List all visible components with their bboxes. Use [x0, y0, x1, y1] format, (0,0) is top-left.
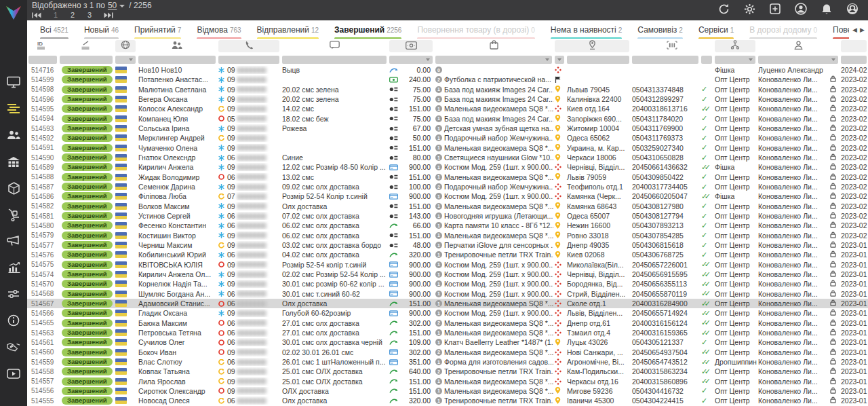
first-page-button[interactable]	[32, 12, 41, 18]
filter-input-col4[interactable]	[138, 56, 216, 64]
filter-dropdown-icon[interactable]	[129, 58, 133, 61]
filter-input-col11[interactable]	[567, 56, 629, 64]
settings-button[interactable]	[744, 3, 755, 18]
table-row[interactable]: 514591ЗавершенийЧумаченко Олена09151.001…	[27, 143, 868, 153]
table-row[interactable]: 514561ЗавершенийСучилов Олег0630.01 смс …	[27, 337, 868, 347]
filter-dropdown-icon[interactable]	[545, 58, 549, 61]
table-row[interactable]: 514581ЗавершенийУстинов Сергей0607.02 см…	[27, 211, 868, 221]
tab-new[interactable]: Новый46	[78, 23, 125, 39]
table-row[interactable]: 514598ЗавершенийМалютина Светлана0920.02…	[27, 85, 868, 94]
column-header-date[interactable]	[841, 40, 867, 52]
table-row[interactable]: 514556ЗавершенийСиротюк Олександр09ОЛХ д…	[27, 386, 868, 396]
page-button-3[interactable]: 3	[87, 11, 92, 20]
sidebar-item-info[interactable]	[5, 314, 22, 329]
table-row[interactable]: 514588ЗавершенийЖидак Володимир0613.02 с…	[27, 172, 868, 182]
column-header-status[interactable]	[60, 40, 113, 52]
filter-dropdown-icon[interactable]	[749, 58, 753, 61]
table-row[interactable]: 514563ЗавершенийПетровська Тетяна0627.01…	[27, 328, 868, 337]
column-header-channel[interactable]	[715, 40, 755, 52]
profile-button[interactable]	[795, 3, 807, 18]
tab-pickup[interactable]: Самовивіз2	[631, 23, 689, 39]
tab-return-transit[interactable]: Повернення товару (в дорозі)0	[411, 23, 540, 39]
filter-dropdown-icon[interactable]	[831, 58, 835, 61]
table-row[interactable]: 514568ЗавершенийШумляс Богдана Ан...0630…	[27, 289, 868, 299]
filter-dropdown-icon[interactable]	[426, 58, 430, 61]
sidebar-item-marketing[interactable]	[5, 235, 22, 250]
table-row[interactable]: 514555ЗавершенийНовосад Олеся06Олх доста…	[27, 396, 868, 405]
table-row[interactable]: 514590ЗавершенийГнатюк Олексндр06Синие80…	[27, 153, 868, 162]
filter-input-col6[interactable]	[282, 56, 387, 64]
column-header-delivery[interactable]	[555, 40, 629, 52]
column-header-id[interactable]: ID	[28, 40, 57, 52]
table-row[interactable]: 514557ЗавершенийЛила Ярослав0925.01 смс …	[27, 377, 868, 386]
sidebar-item-tutorials[interactable]	[5, 367, 22, 382]
table-row[interactable]: 514579ЗавершенийКостишин Виктор0906.02 с…	[27, 231, 868, 240]
tab-accepted[interactable]: Прийнятий7	[128, 23, 187, 39]
filter-input-col14[interactable]	[715, 56, 755, 64]
column-header-client[interactable]	[138, 40, 216, 52]
table-row[interactable]: 514716ЗавершенийНов10 Нов1009Выцв0.000Фі…	[27, 65, 868, 75]
sidebar-item-orders[interactable]	[5, 103, 22, 117]
last-page-button[interactable]	[104, 12, 113, 18]
column-header-payment[interactable]	[389, 40, 433, 52]
table-row[interactable]: 514593ЗавершенийСольська Ірина09Рожева67…	[27, 124, 868, 133]
page-button-2[interactable]: 2	[70, 11, 75, 20]
table-row[interactable]: 514577ЗавершенийЧерниш Максим0903.02 смс…	[27, 240, 868, 250]
filter-input-col2[interactable]	[60, 56, 113, 64]
sidebar-item-company[interactable]	[5, 155, 22, 170]
table-row[interactable]: 514580ЗавершенийФесенко Константин0606.0…	[27, 221, 868, 230]
filter-input-col12[interactable]	[632, 56, 698, 64]
filter-input-col17[interactable]	[841, 56, 867, 64]
column-header-phone[interactable]	[218, 40, 279, 52]
sidebar-item-settings[interactable]	[5, 288, 22, 303]
table-row[interactable]: 514595ЗавершенийКолосок Александр0914.02…	[27, 104, 868, 113]
sidebar-item-products[interactable]	[5, 182, 22, 197]
sidebar-item-statistics[interactable]	[5, 261, 22, 276]
table-row[interactable]: 514587ЗавершенийСеменюк Дарина0909.02 см…	[27, 182, 868, 191]
table-row[interactable]: 514586ЗавершенийФіліпова Люба07Розмір 52…	[27, 191, 868, 201]
tab-declined[interactable]: Відмова763	[191, 23, 247, 39]
column-header-country[interactable]	[115, 40, 136, 52]
filter-dropdown-icon[interactable]	[557, 58, 561, 61]
table-row[interactable]: 514594ЗавершенийКомпанец Юля0518.02 смс …	[27, 114, 868, 124]
table-row[interactable]: 514574ЗавершенийКирилич Анжела Ол...0902…	[27, 270, 868, 279]
add-order-button[interactable]	[770, 3, 781, 17]
sidebar-item-partners[interactable]	[5, 341, 22, 356]
column-header-manager[interactable]	[758, 40, 838, 52]
tab-way-home[interactable]: В дорозі додому0	[743, 23, 823, 39]
tab-out-of-stock[interactable]: Нема в наявності2	[545, 23, 629, 39]
sidebar-item-dashboard[interactable]	[5, 76, 22, 91]
table-row[interactable]: 514599ЗавершенийПотапенко Анастас...0924…	[27, 75, 868, 84]
filter-input-col13[interactable]	[701, 56, 712, 64]
filter-input-col3[interactable]	[115, 56, 136, 64]
column-header-ttn[interactable]	[632, 40, 712, 52]
tab-all[interactable]: Всі4521	[34, 23, 75, 39]
table-row[interactable]: 514560ЗавершенийБокоч Иван0902.02 30.01 …	[27, 348, 868, 357]
table-row[interactable]: 514565ЗавершенийБаюка Максим0627.01 смс …	[27, 318, 868, 328]
filter-input-col1[interactable]	[28, 56, 57, 64]
table-row[interactable]: 514570ЗавершенийКорнелюк Надія Та...0930…	[27, 279, 868, 289]
table-row[interactable]: 514559ЗавершенийВлас Слотюу0626.01 смс 1…	[27, 357, 868, 367]
sidebar-item-purchases[interactable]	[5, 208, 22, 223]
column-header-comment[interactable]	[282, 40, 387, 52]
sidebar-item-clients[interactable]	[5, 129, 22, 144]
tab-services[interactable]: Сервіси1	[692, 23, 740, 39]
filter-input-col7[interactable]	[389, 56, 433, 64]
filter-input-col5[interactable]	[218, 56, 279, 64]
per-page-select[interactable]: 50	[108, 1, 117, 10]
table-row[interactable]: 514575ЗавершенийКВІТОВСЬКА ЮЛІЯ09Розмір …	[27, 260, 868, 270]
table-row[interactable]: 514582ЗавершенийВолков Максим09Олх доста…	[27, 202, 868, 211]
refresh-button[interactable]	[718, 3, 730, 18]
column-header-product[interactable]	[435, 40, 552, 52]
tab-completed[interactable]: Завершений2256	[328, 23, 408, 39]
tab-sent[interactable]: Відправлений12	[251, 23, 325, 39]
filter-input-col9[interactable]	[435, 56, 552, 64]
notifications-button[interactable]	[821, 3, 832, 18]
support-button[interactable]	[846, 3, 859, 18]
table-row[interactable]: 514566ЗавершенийГладик Оксана09Голубой 6…	[27, 308, 868, 318]
table-row[interactable]: 514576ЗавершенийКобилинський Юрий0604.02…	[27, 250, 868, 259]
table-row[interactable]: 514567ЗавершенийАдамовский Станис...06Ол…	[27, 299, 868, 308]
tabs-scroll-right-icon[interactable]: ▶	[860, 26, 865, 33]
table-row[interactable]: 514589ЗавершенийКирилич Анжела0912.02 см…	[27, 162, 868, 172]
filter-input-col15[interactable]	[758, 56, 838, 64]
